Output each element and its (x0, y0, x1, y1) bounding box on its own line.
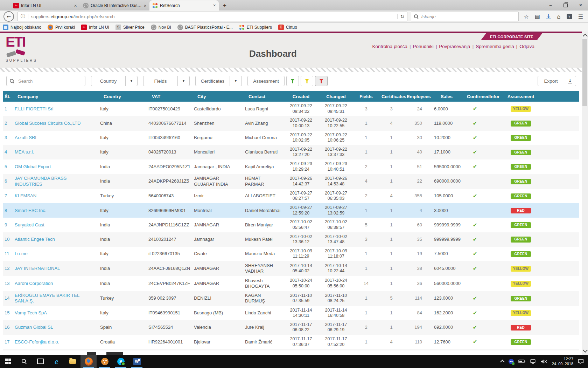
table-row[interactable]: 1F.LLI FIORETTI SrlItalyIT00275010429Cas… (3, 102, 579, 116)
fields-filter[interactable]: Fields ▼ (143, 76, 190, 86)
table-row[interactable]: 6JAY CHAMUNDA BRASS INDUSTRIESIndia24ADK… (3, 174, 579, 189)
volume-muted-icon[interactable] (541, 359, 547, 364)
company-link[interactable]: Vamp Tech SpA (15, 310, 47, 315)
corporate-site-ribbon[interactable]: ETI CORPORATE SITE (481, 33, 542, 40)
column-header[interactable]: Changed (318, 91, 354, 102)
site-info-icon[interactable]: ⓘ (21, 13, 25, 20)
reload-icon[interactable]: ↻ (400, 14, 405, 19)
company-link[interactable]: Aarohi Corporation (15, 281, 53, 286)
infor-app-button[interactable] (97, 355, 113, 368)
assessment-red-filter-button[interactable] (315, 76, 328, 86)
bookmark-item[interactable]: Cirtuo (278, 25, 297, 30)
column-header[interactable]: Created (284, 91, 318, 102)
tab-close-icon[interactable]: ✕ (213, 4, 216, 7)
tray-expand-icon[interactable] (500, 360, 505, 364)
company-link[interactable]: Suryakoti Cast (15, 222, 44, 227)
url-text[interactable]: suppliers.etigroup.eu/index.php/refsearc… (31, 14, 394, 19)
network-icon[interactable] (530, 359, 536, 364)
bookmark-item[interactable]: Najbolj obiskano (3, 25, 41, 30)
table-row[interactable]: 2Global Success Circuits Co.,LTDChina440… (3, 116, 579, 130)
table-row[interactable]: 13Aarohi CorporationIndia24CEVPB0247K1ZF… (3, 276, 579, 291)
skype-button[interactable]: S (113, 355, 129, 368)
bookmark-item[interactable]: Infor LN UI (81, 25, 109, 30)
table-row[interactable]: 14ERİKOĞLU EMAYE BAKIR TEL SAN.A.Ş.Turke… (3, 291, 579, 306)
taskbar-clock[interactable]: 12:27 24. 09. 2018 (552, 356, 573, 367)
start-button[interactable] (0, 355, 16, 368)
table-row[interactable]: 15Vamp Tech SpAItalyIT09463990151Busnago… (3, 306, 579, 320)
chevron-down-icon[interactable]: ▼ (230, 76, 241, 86)
back-button[interactable]: ← (4, 11, 14, 22)
tab-oracle-bi[interactable]: Oracle BI Interactive Dashboar... ✕ (80, 1, 149, 11)
column-header[interactable]: Certificates (379, 91, 404, 102)
company-link[interactable]: Smart-ESC Inc. (15, 208, 46, 213)
internet-explorer-button[interactable]: e (48, 355, 64, 368)
company-link[interactable]: F.LLI FIORETTI Srl (15, 106, 54, 111)
tab-close-icon[interactable]: ✕ (74, 4, 77, 8)
bookmark-item[interactable]: Nov BI (151, 25, 171, 30)
column-header[interactable]: VAT (146, 91, 191, 102)
table-row[interactable]: 12JAY INTERNATIONALIndia24AACFJ9168Q1ZNJ… (3, 261, 579, 276)
scrollbar-thumb[interactable] (582, 39, 587, 106)
antivirus-tray-icon[interactable] (509, 359, 514, 364)
firefox-button[interactable] (80, 355, 97, 368)
company-link[interactable]: MEA s.r.l. (15, 149, 34, 155)
table-row[interactable]: 7KLEMSANTurkey5640006743IzmirALI ABOSTIE… (3, 189, 579, 203)
column-header[interactable]: Confirmed (464, 91, 486, 102)
library-icon[interactable]: ▤ (535, 13, 540, 20)
taskbar-search-button[interactable] (16, 355, 32, 368)
table-row[interactable]: 8Smart-ESC Inc.Italy826996969RM001Montre… (3, 203, 579, 218)
column-header[interactable]: Fields (354, 91, 379, 102)
home-icon[interactable]: ⌂ (557, 13, 561, 20)
chevron-down-icon[interactable]: ▼ (125, 76, 137, 86)
table-row[interactable]: 3Arzuffi SRLItalyIT00434930160BergamoMic… (3, 131, 579, 145)
close-button[interactable]: ✕ (578, 3, 583, 8)
file-explorer-button[interactable] (64, 355, 80, 368)
restore-button[interactable] (564, 4, 568, 7)
column-header[interactable]: Št. (3, 91, 12, 102)
new-tab-button[interactable]: + (219, 1, 231, 11)
bookmark-star-icon[interactable]: ☆ (524, 13, 528, 20)
vertical-scrollbar[interactable] (582, 32, 588, 355)
column-header[interactable]: City (191, 91, 242, 102)
table-row[interactable]: 9Suryakoti CastIndia24AJNPD1116C1ZZJAMNA… (3, 218, 579, 232)
bookmark-item[interactable]: Prvi koraki (48, 25, 75, 30)
battery-icon[interactable] (518, 359, 526, 363)
minimize-button[interactable]: – (548, 3, 553, 8)
company-link[interactable]: Global Success Circuits Co.,LTD (15, 121, 80, 126)
table-row[interactable]: 11Lu-meItalyit 02236670135CivateMaurizio… (3, 247, 579, 261)
url-bar[interactable]: ⓘ suppliers.etigroup.eu/index.php/refsea… (18, 12, 407, 21)
column-header[interactable]: Contact (242, 91, 284, 102)
bookmark-item[interactable]: Silver Price (115, 25, 145, 30)
company-link[interactable]: KLEMSAN (15, 193, 36, 198)
company-link[interactable]: JAY INTERNATIONAL (15, 266, 60, 271)
chevron-down-icon[interactable]: ▼ (177, 76, 189, 86)
menu-icon[interactable]: ☰ (578, 13, 583, 20)
action-center-icon[interactable] (578, 359, 584, 364)
company-link[interactable]: Lu-me (15, 251, 28, 256)
bookmark-item[interactable]: BASF PlasticsPortal - E... (177, 25, 233, 30)
company-link[interactable]: Atlantic Engee Tech (15, 237, 55, 242)
company-link[interactable]: JAY CHAMUNDA BRASS INDUSTRIES (15, 176, 66, 186)
scroll-down-arrow[interactable] (583, 348, 588, 353)
pocket-icon[interactable]: ∨ (567, 14, 572, 19)
tab-close-icon[interactable]: ✕ (144, 4, 147, 8)
assessment-yellow-filter-button[interactable] (301, 76, 313, 86)
company-link[interactable]: ESCO-Fofonjka d.o.o. (15, 339, 59, 345)
browser-search-box[interactable]: Iskanje (411, 12, 519, 21)
country-filter[interactable]: Country ▼ (91, 76, 138, 86)
assessment-green-filter-button[interactable] (286, 76, 299, 86)
tab-infor-ln-ui[interactable]: Infor LN UI ✕ (10, 1, 80, 11)
tab-refsearch-active[interactable]: RefSearch ✕ (149, 0, 219, 11)
task-view-button[interactable] (32, 355, 48, 368)
column-header[interactable]: Employees (404, 91, 429, 102)
table-search-input[interactable] (18, 78, 82, 84)
column-header[interactable]: Country (97, 91, 146, 102)
certificates-filter[interactable]: Certificates ▼ (195, 76, 242, 86)
column-header[interactable]: Sales (429, 91, 464, 102)
company-link[interactable]: OM Global Export (15, 164, 51, 169)
column-header[interactable]: Assessment (503, 91, 538, 102)
export-download-button[interactable]: ↓ (564, 76, 576, 86)
table-row[interactable]: 4MEA s.r.l.Italy04026720013MoncalieriGia… (3, 145, 579, 159)
column-header[interactable]: Company (12, 91, 97, 102)
company-link[interactable]: Guzman Global SL (15, 325, 53, 330)
